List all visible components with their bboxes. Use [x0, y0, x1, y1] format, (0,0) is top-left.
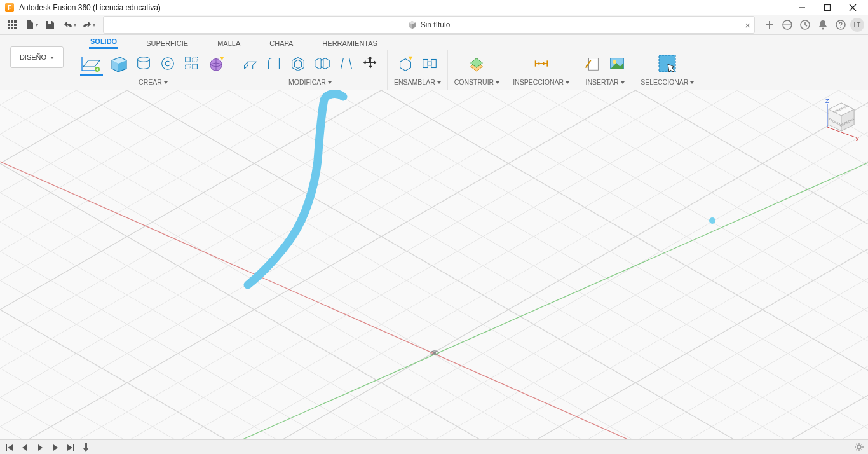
svg-point-30: [138, 57, 150, 62]
ribbon-group-insertar-label: INSERTAR: [586, 78, 619, 86]
timeline-step-forward-button[interactable]: [50, 442, 61, 453]
svg-point-86: [857, 445, 861, 449]
document-tabstrip: Sin título ×: [103, 16, 755, 34]
joint-button[interactable]: [419, 53, 440, 74]
svg-marker-78: [8, 444, 13, 451]
extrude-button[interactable]: [133, 53, 154, 74]
svg-rect-11: [11, 27, 13, 29]
user-annotation-stroke: [0, 90, 868, 439]
svg-point-31: [162, 58, 174, 70]
ribbon-tab-chapa[interactable]: CHAPA: [268, 38, 294, 49]
measure-button[interactable]: [531, 53, 552, 74]
insertar-dropdown-icon[interactable]: [621, 78, 625, 86]
workspace-label: DISEÑO: [20, 53, 46, 61]
new-design-button[interactable]: [761, 17, 778, 33]
svg-marker-54: [537, 62, 539, 65]
undo-button[interactable]: ▾: [61, 17, 78, 33]
svg-marker-40: [294, 60, 301, 68]
timeline-step-back-button[interactable]: [19, 442, 31, 453]
svg-rect-34: [193, 57, 197, 62]
extensions-button[interactable]: [779, 17, 796, 33]
svg-marker-44: [400, 59, 410, 71]
create-box-button[interactable]: [107, 52, 130, 75]
svg-rect-8: [11, 24, 13, 26]
modificar-dropdown-icon[interactable]: [328, 78, 332, 86]
svg-marker-39: [292, 58, 304, 71]
svg-point-19: [822, 28, 824, 30]
svg-marker-43: [341, 58, 352, 69]
svg-marker-80: [38, 444, 43, 451]
app-icon: [5, 3, 14, 12]
timeline-play-button[interactable]: [34, 442, 46, 453]
help-button[interactable]: [832, 17, 849, 33]
titlebar: Autodesk Fusion 360 (Licencia educativa): [0, 0, 868, 15]
viewcube[interactable]: Z X SUPERIOR FRONTAL DERECHA: [822, 97, 860, 142]
draft-button[interactable]: [336, 53, 356, 74]
select-button[interactable]: [656, 52, 679, 75]
svg-marker-22: [83, 60, 100, 67]
crear-dropdown-icon[interactable]: [164, 78, 168, 86]
insert-decal-button[interactable]: [607, 53, 627, 74]
svg-rect-36: [193, 64, 197, 69]
combine-button[interactable]: [312, 53, 332, 74]
timeline-settings-button[interactable]: [854, 442, 864, 454]
new-component-button[interactable]: [395, 53, 416, 74]
svg-rect-35: [186, 64, 190, 69]
notifications-button[interactable]: [815, 17, 831, 33]
svg-rect-84: [85, 443, 87, 448]
document-tab-close-button[interactable]: ×: [745, 20, 750, 30]
document-tab-label: Sin título: [421, 20, 451, 29]
ribbon-group-modificar: MODIFICAR: [233, 50, 388, 90]
timeline-playhead[interactable]: [83, 443, 89, 453]
ribbon-group-seleccionar: SELECCIONAR: [634, 50, 700, 90]
create-form-button[interactable]: [206, 53, 226, 74]
inspeccionar-dropdown-icon[interactable]: [566, 78, 569, 86]
data-panel-button[interactable]: [4, 17, 20, 33]
svg-rect-13: [48, 21, 51, 24]
pattern-button[interactable]: [182, 53, 202, 74]
ribbon-group-modificar-label: MODIFICAR: [288, 78, 326, 86]
job-status-button[interactable]: [797, 17, 813, 33]
ensamblar-dropdown-icon[interactable]: [437, 78, 441, 86]
ribbon-tab-malla[interactable]: MALLA: [216, 38, 241, 49]
construir-dropdown-icon[interactable]: [496, 78, 499, 86]
viewport-canvas[interactable]: Z X SUPERIOR FRONTAL DERECHA: [0, 90, 868, 439]
insert-derive-button[interactable]: [583, 53, 603, 74]
timeline-start-button[interactable]: [4, 442, 15, 453]
window-minimize-button[interactable]: [789, 0, 815, 15]
window-maximize-button[interactable]: [815, 0, 840, 15]
svg-line-91: [856, 444, 857, 445]
work-point-marker: [709, 217, 715, 224]
file-menu-button[interactable]: ▾: [23, 17, 39, 33]
timeline-bar: [0, 439, 868, 454]
svg-point-32: [165, 61, 170, 65]
user-avatar[interactable]: LT: [850, 18, 864, 32]
ribbon-tab-superficie[interactable]: SUPERFICIE: [145, 38, 189, 49]
app-title: Autodesk Fusion 360 (Licencia educativa): [19, 3, 161, 12]
ribbon-group-insertar: INSERTAR: [576, 50, 634, 90]
workspace-caret-icon: [50, 53, 54, 61]
redo-button[interactable]: ▾: [80, 17, 97, 33]
workspace-switcher[interactable]: DISEÑO: [10, 46, 64, 68]
ribbon-tab-solido[interactable]: SOLIDO: [89, 36, 118, 49]
save-button[interactable]: [42, 17, 58, 33]
seleccionar-dropdown-icon[interactable]: [690, 78, 694, 86]
window-close-button[interactable]: [840, 0, 865, 15]
ribbon-tab-herramientas[interactable]: HERRAMIENTAS: [321, 38, 379, 49]
svg-marker-42: [321, 58, 329, 69]
construct-plane-button[interactable]: [466, 53, 487, 74]
axis-z-label: Z: [825, 98, 829, 104]
svg-marker-81: [53, 444, 58, 451]
axis-x-label: X: [855, 136, 859, 142]
document-tab-active[interactable]: Sin título: [408, 20, 451, 29]
press-pull-button[interactable]: [240, 53, 260, 74]
svg-rect-56: [589, 58, 599, 71]
revolve-button[interactable]: [158, 53, 178, 74]
timeline-end-button[interactable]: [65, 442, 76, 453]
fillet-button[interactable]: [264, 53, 284, 74]
svg-rect-77: [6, 444, 7, 451]
move-button[interactable]: [360, 53, 381, 74]
create-sketch-button[interactable]: [80, 51, 103, 76]
shell-button[interactable]: [288, 53, 308, 74]
ribbon-group-construir-label: CONSTRUIR: [454, 78, 494, 86]
